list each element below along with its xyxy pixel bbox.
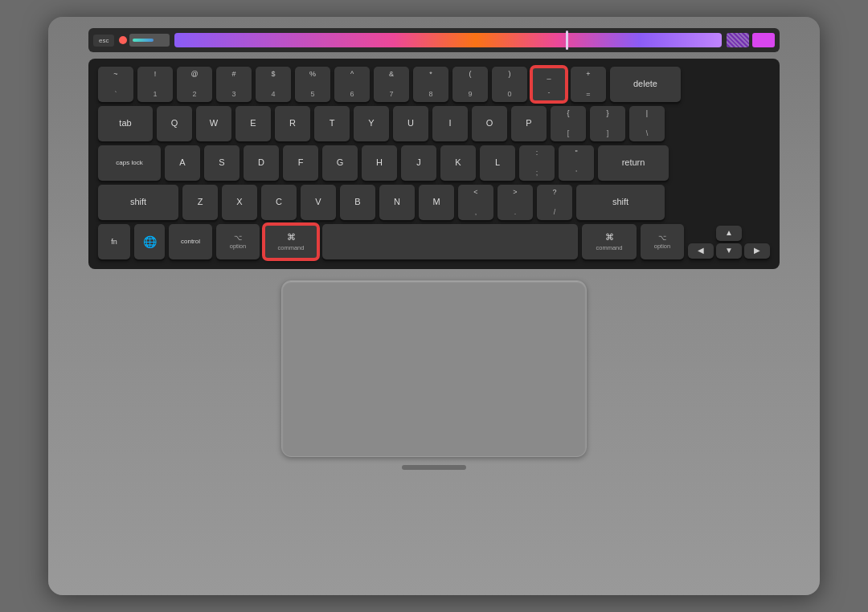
2-key[interactable]: @ 2 xyxy=(177,67,212,102)
comma-label: , xyxy=(475,208,477,217)
lbracket-key[interactable]: { [ xyxy=(551,106,586,141)
slash-key[interactable]: ? / xyxy=(537,185,572,220)
arrow-left-placeholder xyxy=(688,226,714,241)
n-key[interactable]: N xyxy=(379,185,415,220)
m-key[interactable]: M xyxy=(419,185,454,220)
capslock-key[interactable]: caps lock xyxy=(98,145,161,181)
tab-label: tab xyxy=(119,118,131,129)
s-key[interactable]: S xyxy=(204,145,240,181)
arrow-down-key[interactable]: ▼ xyxy=(716,243,742,259)
6-key[interactable]: ^ 6 xyxy=(334,67,370,102)
i-key[interactable]: I xyxy=(432,106,468,141)
h-key[interactable]: H xyxy=(362,145,397,181)
5-label: 5 xyxy=(310,90,314,99)
arrow-up-key[interactable]: ▲ xyxy=(716,226,742,241)
right-option-key[interactable]: ⌥ option xyxy=(641,224,684,259)
3-key[interactable]: # 3 xyxy=(216,67,252,102)
tab-key[interactable]: tab xyxy=(98,106,153,141)
1-key[interactable]: ! 1 xyxy=(137,67,173,102)
r-key[interactable]: R xyxy=(275,106,310,141)
w-key[interactable]: W xyxy=(196,106,231,141)
t-key[interactable]: T xyxy=(314,106,350,141)
right-command-key[interactable]: ⌘ command xyxy=(582,224,637,259)
8-key[interactable]: * 8 xyxy=(413,67,448,102)
spacebar-key[interactable] xyxy=(322,224,578,259)
left-option-key[interactable]: ⌥ option xyxy=(216,224,260,259)
bottom-chin xyxy=(402,465,466,470)
dquote-label: " xyxy=(575,149,577,157)
6-label: 6 xyxy=(350,90,354,99)
backtick-key[interactable]: ~ ` xyxy=(98,67,133,102)
asdf-row: caps lock A S D F G H J K L : ; " ' retu… xyxy=(98,145,770,181)
k-key[interactable]: K xyxy=(440,145,476,181)
rbracket-label: ] xyxy=(607,129,609,138)
backslash-key[interactable]: | \ xyxy=(629,106,665,141)
left-shift-key[interactable]: shift xyxy=(98,185,178,220)
return-key[interactable]: return xyxy=(598,145,669,181)
period-key[interactable]: > . xyxy=(497,185,533,220)
semicolon-key[interactable]: : ; xyxy=(519,145,555,181)
pipe-label: | xyxy=(646,109,648,118)
backtick-label: ` xyxy=(115,90,117,99)
j-key[interactable]: J xyxy=(401,145,436,181)
chin-oval xyxy=(402,465,466,470)
b-key[interactable]: B xyxy=(340,185,375,220)
globe-key[interactable]: 🌐 xyxy=(134,224,165,259)
equals-key[interactable]: + = xyxy=(571,67,606,102)
z-key[interactable]: Z xyxy=(182,185,218,220)
0-label: 0 xyxy=(507,90,511,99)
touch-bar: esc xyxy=(88,28,780,52)
7-key[interactable]: & 7 xyxy=(374,67,409,102)
option-label-left: option xyxy=(230,243,246,250)
arrow-left-key[interactable]: ◀ xyxy=(688,243,714,259)
lparen-label: ( xyxy=(469,70,472,79)
tb-brightness xyxy=(752,33,775,47)
5-key[interactable]: % 5 xyxy=(295,67,330,102)
0-key[interactable]: ) 0 xyxy=(492,67,527,102)
a-key[interactable]: A xyxy=(165,145,200,181)
p-key[interactable]: P xyxy=(511,106,547,141)
delete-label: delete xyxy=(633,79,657,89)
zxcv-row: shift Z X C V B N M < , > . ? / shift xyxy=(98,185,770,220)
right-shift-key[interactable]: shift xyxy=(576,185,665,220)
y-key[interactable]: Y xyxy=(354,106,389,141)
l-key[interactable]: L xyxy=(480,145,515,181)
arrow-right-key[interactable]: ▶ xyxy=(744,243,770,259)
rshift-label: shift xyxy=(612,197,628,207)
trackpad[interactable] xyxy=(281,280,587,457)
delete-key[interactable]: delete xyxy=(610,67,681,102)
plus-label: + xyxy=(586,70,590,79)
fn-key[interactable]: fn xyxy=(98,224,130,259)
4-key[interactable]: $ 4 xyxy=(256,67,291,102)
d-key[interactable]: D xyxy=(244,145,279,181)
q-key[interactable]: Q xyxy=(157,106,192,141)
esc-key[interactable]: esc xyxy=(93,35,114,47)
rbracket-key[interactable]: } ] xyxy=(590,106,625,141)
o-key[interactable]: O xyxy=(472,106,507,141)
return-label: return xyxy=(622,157,645,168)
command-label-right: command xyxy=(596,244,623,251)
tb-right-items xyxy=(727,33,775,47)
e-key[interactable]: E xyxy=(235,106,271,141)
9-key[interactable]: ( 9 xyxy=(452,67,488,102)
lcurly-label: { xyxy=(567,109,569,118)
lt-label: < xyxy=(473,188,477,197)
quote-key[interactable]: " ' xyxy=(559,145,594,181)
f-key[interactable]: F xyxy=(283,145,318,181)
c-key[interactable]: C xyxy=(261,185,297,220)
tb-strip-handle[interactable] xyxy=(566,31,568,50)
fn-label: fn xyxy=(111,238,117,247)
keyboard-area: ~ ` ! 1 @ 2 # 3 $ 4 % 5 xyxy=(88,59,780,269)
left-command-key[interactable]: ⌘ command xyxy=(264,224,318,259)
comma-key[interactable]: < , xyxy=(458,185,493,220)
minus-key[interactable]: _ - xyxy=(531,67,567,102)
x-key[interactable]: X xyxy=(222,185,257,220)
control-key[interactable]: control xyxy=(169,224,212,259)
tb-color-strip[interactable] xyxy=(174,33,722,47)
lshift-label: shift xyxy=(130,197,146,207)
g-key[interactable]: G xyxy=(322,145,358,181)
minus-label: - xyxy=(548,88,551,97)
v-key[interactable]: V xyxy=(301,185,336,220)
u-key[interactable]: U xyxy=(393,106,428,141)
excl-label: ! xyxy=(154,70,157,79)
